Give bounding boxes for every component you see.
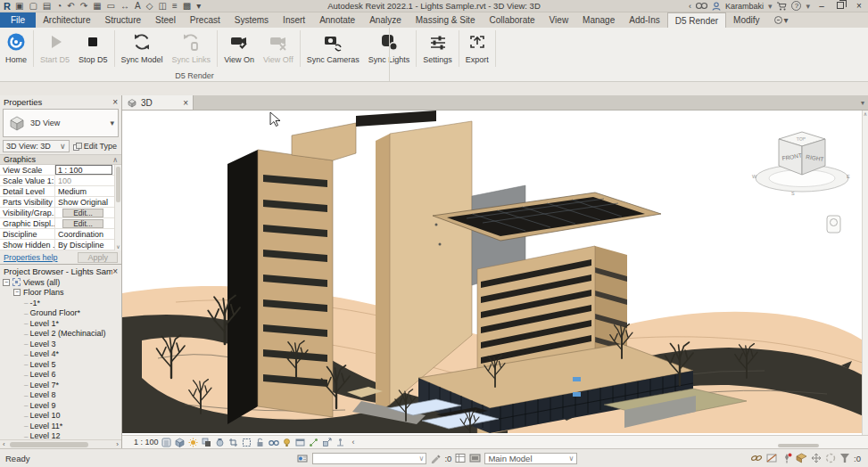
print-icon[interactable]: ▦ bbox=[93, 1, 101, 12]
tree-item-level[interactable]: –Level 6 bbox=[24, 370, 121, 381]
signin-user-icon[interactable] bbox=[712, 2, 721, 11]
tab-architecture[interactable]: Architecture bbox=[36, 12, 97, 28]
tab-structure[interactable]: Structure bbox=[97, 12, 148, 28]
thin-lines-icon[interactable]: ≡ bbox=[172, 1, 178, 12]
compass-s[interactable]: S bbox=[791, 191, 795, 196]
view-vscrollbar[interactable]: ∧ bbox=[862, 111, 868, 435]
section-icon[interactable]: ◫ bbox=[158, 1, 166, 12]
open-icon[interactable]: ▢ bbox=[29, 1, 37, 12]
design-option-select[interactable]: Main Model ∨ bbox=[484, 453, 577, 464]
view-bar-collapse-icon[interactable]: ‹ bbox=[352, 438, 355, 447]
scroll-up-icon[interactable]: ∧ bbox=[864, 111, 867, 117]
rendering-dialog-icon[interactable] bbox=[215, 437, 226, 447]
text-icon[interactable]: A bbox=[135, 1, 141, 12]
tree-item-level[interactable]: –Level 4* bbox=[24, 349, 121, 360]
viewcube[interactable]: N E S W FRONT RIGHT TOP bbox=[752, 132, 850, 196]
view-off-button[interactable]: View Off bbox=[259, 28, 298, 70]
user-menu-icon[interactable]: ▾ bbox=[768, 2, 773, 11]
qat-customize-icon[interactable]: ▾ bbox=[196, 1, 201, 12]
app-store-cart-icon[interactable] bbox=[776, 2, 787, 11]
tab-d5-render[interactable]: D5 Render bbox=[667, 12, 726, 28]
apply-button[interactable]: Apply bbox=[78, 252, 118, 263]
drag-elements-on-selection-icon[interactable] bbox=[811, 453, 822, 463]
project-browser-close-icon[interactable]: × bbox=[112, 266, 118, 276]
modify-icon[interactable]: ▣ bbox=[15, 1, 23, 12]
show-analytical-model-icon[interactable] bbox=[309, 437, 319, 447]
scroll-right-icon[interactable]: › bbox=[113, 440, 121, 448]
worksets-icon[interactable] bbox=[297, 453, 309, 463]
scroll-down-icon[interactable]: ∨ bbox=[115, 243, 121, 250]
properties-scrollbar[interactable]: ∨ bbox=[114, 165, 121, 250]
tree-item-views-all[interactable]: −Views (all) bbox=[3, 277, 121, 288]
undo-icon[interactable]: ↶ bbox=[67, 1, 74, 12]
tree-item-level[interactable]: –Level 9 bbox=[24, 400, 121, 411]
compass-w[interactable]: W bbox=[752, 174, 757, 179]
detail-level-icon[interactable] bbox=[161, 437, 172, 447]
viewcube-top-label[interactable]: TOP bbox=[797, 135, 806, 142]
tree-item-level[interactable]: –-1* bbox=[24, 298, 121, 308]
save-icon[interactable]: ▤ bbox=[43, 1, 51, 12]
tab-systems[interactable]: Systems bbox=[227, 12, 276, 28]
graphic-display-edit-button[interactable]: Edit... bbox=[62, 219, 103, 228]
sync-model-button[interactable]: Sync Model bbox=[117, 28, 168, 70]
editing-requests-icon[interactable] bbox=[430, 453, 441, 463]
tab-precast[interactable]: Precast bbox=[183, 12, 227, 28]
measure-icon[interactable]: ▭ bbox=[107, 1, 115, 12]
sync-links-button[interactable]: Sync Links bbox=[168, 28, 216, 70]
reveal-hidden-elements-icon[interactable] bbox=[282, 437, 293, 447]
compass-e[interactable]: E bbox=[847, 174, 850, 179]
close-button[interactable]: × bbox=[852, 1, 866, 12]
show-hidden-value[interactable]: By Discipline bbox=[55, 241, 114, 250]
username[interactable]: Karambaki bbox=[725, 2, 764, 11]
view-hscrollbar-thumb[interactable] bbox=[778, 444, 819, 447]
select-underlay-elements-icon[interactable] bbox=[766, 453, 778, 463]
temporary-view-properties-icon[interactable] bbox=[295, 437, 306, 447]
tree-item-level[interactable]: –Level 5 bbox=[24, 359, 121, 370]
tab-manage[interactable]: Manage bbox=[575, 12, 622, 28]
detail-level-value[interactable]: Medium bbox=[55, 187, 114, 196]
discipline-value[interactable]: Coordination bbox=[55, 230, 114, 239]
minimize-button[interactable]: – bbox=[814, 1, 829, 12]
graphics-section-header[interactable]: Graphics ∧ bbox=[0, 154, 121, 165]
help-icon[interactable]: ? bbox=[791, 1, 801, 11]
crop-view-icon[interactable] bbox=[228, 437, 239, 447]
close-hidden-windows-icon[interactable]: ▩ bbox=[183, 1, 191, 12]
view-filter-combo[interactable]: 3D View: 3D ∨ bbox=[3, 140, 70, 152]
tab-analyze[interactable]: Analyze bbox=[362, 12, 409, 28]
tree-item-floor-plans[interactable]: −Floor Plans bbox=[13, 288, 121, 299]
export-button[interactable]: Export bbox=[461, 28, 493, 70]
design-options-icon[interactable] bbox=[455, 453, 466, 463]
tree-item-level[interactable]: –Level 1* bbox=[24, 318, 121, 329]
filter-icon[interactable] bbox=[839, 453, 850, 463]
active-workset-input[interactable]: ∨ bbox=[312, 453, 426, 464]
start-d5-button[interactable]: Start D5 bbox=[36, 28, 74, 70]
scale-button[interactable]: 1 : 100 bbox=[134, 438, 159, 447]
3d-view-canvas[interactable]: N E S W FRONT RIGHT TOP bbox=[122, 111, 868, 435]
settings-button[interactable]: Settings bbox=[418, 28, 457, 70]
aligned-dimension-icon[interactable]: ↔ bbox=[120, 1, 129, 12]
tab-file[interactable]: File bbox=[0, 12, 36, 28]
properties-help-link[interactable]: Properties help bbox=[4, 253, 58, 262]
tab-collaborate[interactable]: Collaborate bbox=[482, 12, 541, 28]
ribbon-display-toggle[interactable]: ▾ bbox=[767, 12, 796, 28]
d5-home-button[interactable]: Home bbox=[1, 28, 31, 70]
properties-close-icon[interactable]: × bbox=[112, 97, 118, 107]
visual-style-icon[interactable] bbox=[175, 437, 186, 447]
select-elements-by-face-icon[interactable] bbox=[796, 453, 807, 463]
tree-item-level[interactable]: –Level 8 bbox=[24, 390, 121, 401]
select-links-icon[interactable] bbox=[750, 453, 763, 463]
view-tab-close-icon[interactable]: × bbox=[183, 98, 188, 108]
shadows-icon[interactable] bbox=[202, 437, 212, 447]
main-model-icon[interactable] bbox=[469, 453, 481, 463]
tab-add-ins[interactable]: Add-Ins bbox=[622, 12, 666, 28]
highlight-displacement-sets-icon[interactable] bbox=[322, 437, 333, 447]
tab-steel[interactable]: Steel bbox=[148, 12, 183, 28]
sun-path-icon[interactable] bbox=[188, 437, 199, 447]
revit-logo[interactable]: R bbox=[4, 1, 11, 12]
tree-item-level[interactable]: –Level 11* bbox=[24, 421, 121, 431]
select-pinned-elements-icon[interactable] bbox=[781, 453, 792, 463]
redo-icon[interactable]: ↷ bbox=[80, 1, 87, 12]
view-on-button[interactable]: View On bbox=[219, 28, 259, 70]
tab-annotate[interactable]: Annotate bbox=[312, 12, 362, 28]
tree-item-level[interactable]: –Level 2 (Mechinacial) bbox=[24, 329, 121, 340]
